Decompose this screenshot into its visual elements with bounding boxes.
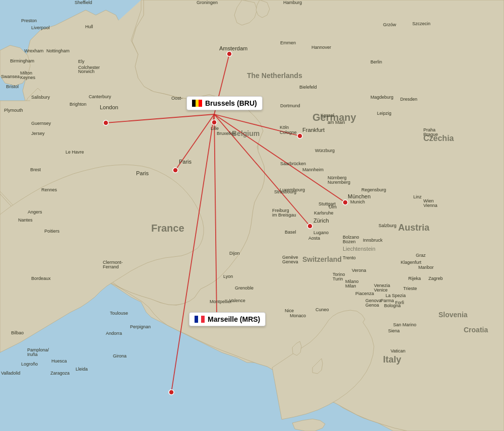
svg-text:Bozen: Bozen — [343, 239, 356, 244]
svg-text:Siena: Siena — [388, 328, 400, 333]
svg-text:Grenoble: Grenoble — [235, 285, 254, 291]
svg-point-15 — [307, 224, 312, 229]
svg-text:La Spezia: La Spezia — [386, 293, 406, 298]
svg-text:Poitiers: Poitiers — [44, 229, 60, 234]
svg-point-10 — [227, 51, 232, 56]
svg-text:im Breisgau: im Breisgau — [272, 212, 296, 218]
svg-text:Keynes: Keynes — [20, 75, 36, 80]
svg-rect-158 — [198, 316, 201, 323]
svg-text:Parma: Parma — [381, 298, 394, 303]
svg-point-9 — [103, 120, 108, 125]
svg-text:Nuremberg: Nuremberg — [328, 180, 350, 185]
map-svg: France Germany Belgium The Netherlands S… — [0, 0, 504, 431]
svg-text:Italy: Italy — [383, 354, 401, 365]
svg-text:Rijeka: Rijeka — [408, 276, 421, 281]
svg-text:Saarbrücken: Saarbrücken — [280, 161, 306, 166]
svg-text:Oost-: Oost- — [171, 96, 182, 101]
svg-text:Logroño: Logroño — [21, 362, 38, 367]
svg-text:am Main: am Main — [328, 120, 345, 125]
svg-text:Cologne: Cologne — [280, 130, 297, 135]
brussels-airport-label: Brussels (BRU) — [186, 96, 263, 110]
svg-text:Liechtenstein: Liechtenstein — [343, 246, 375, 252]
svg-text:Bordeaux: Bordeaux — [31, 276, 51, 281]
svg-text:Brighton: Brighton — [70, 102, 87, 107]
svg-rect-156 — [199, 100, 202, 107]
svg-text:Leipzig: Leipzig — [377, 111, 392, 116]
svg-text:Karlsruhe: Karlsruhe — [314, 210, 334, 216]
svg-text:Montpellier: Montpellier — [210, 299, 232, 304]
svg-text:Frankfurt: Frankfurt — [302, 127, 325, 133]
svg-text:Zagreb: Zagreb — [428, 276, 443, 281]
svg-text:Dresden: Dresden — [400, 97, 417, 102]
svg-text:Hannover: Hannover — [311, 45, 331, 50]
svg-text:Salzburg: Salzburg — [379, 223, 397, 228]
svg-text:The Netherlands: The Netherlands — [247, 71, 302, 80]
svg-text:Norwich: Norwich — [78, 69, 95, 74]
svg-text:Venice: Venice — [374, 288, 388, 293]
svg-text:Verona: Verona — [352, 268, 366, 273]
svg-rect-155 — [196, 100, 199, 107]
svg-text:Birmingham: Birmingham — [10, 58, 34, 63]
svg-text:Switzerland: Switzerland — [302, 255, 342, 263]
svg-text:Berlin: Berlin — [370, 59, 382, 64]
svg-text:Lille: Lille — [211, 126, 219, 131]
svg-text:Austria: Austria — [398, 223, 430, 233]
svg-text:Piacenza: Piacenza — [355, 291, 374, 296]
svg-text:Lugano: Lugano — [313, 230, 329, 235]
svg-text:Bielefeld: Bielefeld — [299, 85, 317, 90]
svg-text:Amsterdam: Amsterdam — [219, 45, 247, 51]
svg-text:München: München — [348, 193, 370, 199]
svg-text:Bruxelles: Bruxelles — [217, 131, 236, 136]
svg-text:Genoa: Genoa — [365, 303, 379, 308]
svg-text:Dijon: Dijon — [229, 251, 240, 256]
svg-text:Ely: Ely — [78, 59, 85, 64]
svg-text:Nantes: Nantes — [18, 218, 33, 223]
svg-rect-159 — [201, 316, 205, 323]
svg-text:Linz: Linz — [413, 194, 422, 199]
marseille-airport-label: Marseille (MRS) — [189, 312, 266, 326]
svg-text:Plymouth: Plymouth — [4, 108, 23, 113]
svg-text:Liverpool: Liverpool — [31, 25, 50, 30]
svg-text:Perpignan: Perpignan — [130, 324, 151, 329]
svg-text:Forlì: Forlì — [395, 300, 404, 305]
map-container: France Germany Belgium The Netherlands S… — [0, 0, 504, 431]
svg-text:Munich: Munich — [350, 199, 365, 204]
svg-point-13 — [297, 133, 302, 138]
svg-text:Emmen: Emmen — [280, 40, 296, 45]
svg-text:Szczecin: Szczecin — [412, 21, 430, 26]
svg-text:Maribor: Maribor — [418, 265, 434, 270]
svg-text:Mannheim: Mannheim — [302, 167, 324, 172]
svg-text:Regensburg: Regensburg — [361, 187, 386, 192]
svg-text:Geneva: Geneva — [282, 259, 298, 264]
svg-point-17 — [169, 390, 174, 395]
svg-text:Iruña: Iruña — [27, 352, 38, 357]
svg-text:Ulm: Ulm — [329, 204, 337, 209]
svg-text:Turin: Turin — [333, 276, 343, 281]
svg-text:Bristol: Bristol — [6, 84, 19, 89]
svg-text:Canterbury: Canterbury — [89, 94, 111, 99]
brussels-label-text: Brussels (BRU) — [205, 99, 257, 107]
svg-text:Basel: Basel — [285, 230, 296, 235]
svg-text:Huesca: Huesca — [51, 358, 67, 364]
svg-text:Toulouse: Toulouse — [110, 311, 128, 316]
svg-text:Nice: Nice — [285, 308, 294, 313]
svg-text:Bilbao: Bilbao — [11, 330, 24, 335]
svg-text:Trieste: Trieste — [403, 286, 417, 291]
svg-text:Sheffield: Sheffield — [75, 0, 92, 5]
svg-text:Rennes: Rennes — [41, 187, 57, 192]
svg-point-11 — [212, 120, 217, 125]
svg-text:Innsbruck: Innsbruck — [363, 238, 383, 243]
svg-text:Würzburg: Würzburg — [315, 148, 335, 153]
svg-text:Vatican: Vatican — [391, 348, 405, 353]
svg-text:London: London — [100, 104, 118, 110]
svg-text:San Marino: San Marino — [393, 322, 416, 327]
svg-text:Trento: Trento — [343, 255, 356, 260]
svg-text:Wrexham: Wrexham — [24, 48, 43, 53]
svg-text:Cuneo: Cuneo — [316, 307, 329, 312]
svg-text:Paris: Paris — [136, 170, 149, 176]
svg-text:Preston: Preston — [21, 18, 37, 23]
svg-point-14 — [343, 200, 348, 205]
svg-text:Andorra: Andorra — [106, 331, 122, 336]
france-label: France — [151, 223, 184, 234]
svg-text:Le Havre: Le Havre — [66, 150, 84, 155]
